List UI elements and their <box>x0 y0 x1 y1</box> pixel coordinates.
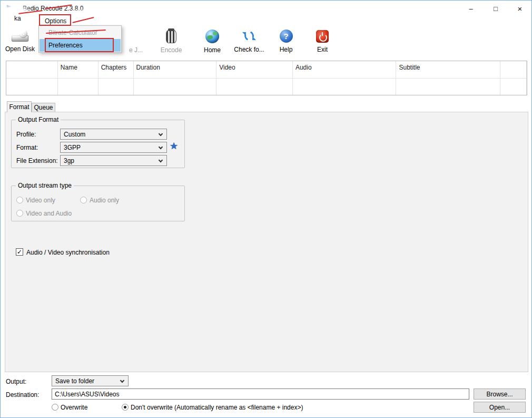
exit-power-icon <box>316 30 329 43</box>
close-button[interactable]: × <box>508 1 532 16</box>
home-globe-icon <box>205 30 219 43</box>
dont-overwrite-radio[interactable] <box>122 404 129 411</box>
file-list-table: Name Chapters Duration Video Audio Subti… <box>6 61 527 95</box>
format-value: 3GPP <box>64 144 81 151</box>
open-button[interactable]: Open... <box>474 402 526 413</box>
exit-label: Exit <box>317 46 328 53</box>
output-stream-title: Output stream type <box>16 182 74 189</box>
file-extension-label: File Extension: <box>16 157 58 164</box>
tab-format[interactable]: Format <box>7 101 32 112</box>
remove-job-button: e J... <box>121 28 151 59</box>
remove-job-label: e J... <box>129 46 143 54</box>
output-mode-value: Save to folder <box>55 377 94 385</box>
annotation-blob <box>70 13 123 26</box>
check-updates-label: Check fo... <box>234 46 264 53</box>
profile-value: Custom <box>64 131 85 138</box>
video-only-radio <box>16 197 23 203</box>
video-and-audio-radio <box>16 210 23 217</box>
home-label: Home <box>204 46 221 54</box>
profile-label: Profile: <box>16 131 36 138</box>
video-and-audio-label: Video and Audio <box>26 210 72 217</box>
profile-combo[interactable]: Custom <box>60 129 167 140</box>
remove-job-icon <box>129 30 143 43</box>
home-button[interactable]: Home <box>195 28 229 59</box>
destination-label: Destination: <box>6 391 39 398</box>
format-combo[interactable]: 3GPP <box>60 142 167 153</box>
audio-only-label: Audio only <box>90 197 119 204</box>
destination-input[interactable] <box>52 388 469 400</box>
video-only-label: Video only <box>26 197 55 204</box>
check-updates-button[interactable]: Check fo... <box>231 28 267 59</box>
chevron-down-icon <box>120 378 124 383</box>
open-disk-label: Open Disk <box>5 45 35 53</box>
minimize-button[interactable]: – <box>459 1 483 16</box>
av-sync-label: Audio / Video synchronisation <box>26 249 110 256</box>
file-extension-combo[interactable]: 3gp <box>60 155 167 166</box>
annotation-box-options <box>39 14 71 26</box>
exit-button[interactable]: Exit <box>306 28 339 59</box>
dont-overwrite-label: Don't overwrite (Automatically rename as… <box>131 404 303 411</box>
help-button[interactable]: ? Help <box>270 28 302 59</box>
annotation-box-preferences <box>45 38 114 52</box>
favorite-star-button[interactable]: ★ <box>170 141 178 151</box>
audio-only-radio <box>80 197 87 203</box>
chevron-down-icon <box>159 158 163 162</box>
tab-queue[interactable]: Queue <box>32 103 55 112</box>
chevron-down-icon <box>159 132 163 136</box>
table-header-divider <box>6 78 527 79</box>
encode-button: Encode <box>154 28 188 59</box>
help-icon: ? <box>280 30 293 43</box>
refresh-icon <box>242 30 256 43</box>
format-label: Format: <box>16 144 38 151</box>
overwrite-radio[interactable] <box>52 404 58 411</box>
browse-button[interactable]: Browse... <box>474 388 526 400</box>
maximize-button[interactable]: □ <box>484 1 508 16</box>
av-sync-checkbox[interactable]: ✓ <box>16 248 23 256</box>
output-mode-combo[interactable]: Save to folder <box>52 375 129 386</box>
output-label: Output: <box>6 378 26 385</box>
encode-label: Encode <box>161 46 182 54</box>
overwrite-label: Overwrite <box>61 404 87 411</box>
output-format-title: Output Format <box>16 116 61 123</box>
menubar-fragment: ka <box>14 15 21 22</box>
file-extension-value: 3gp <box>64 157 74 164</box>
chevron-down-icon <box>159 145 163 149</box>
check-mark-icon: ✓ <box>17 248 22 256</box>
encode-icon <box>166 30 176 43</box>
help-label: Help <box>280 46 293 53</box>
